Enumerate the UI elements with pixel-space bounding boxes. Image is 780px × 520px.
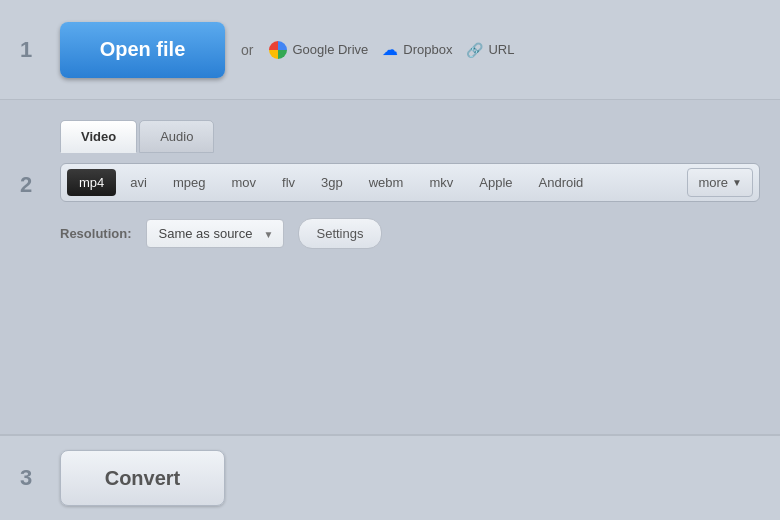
step2-inner: 2 Video Audio mp4 avi	[20, 120, 760, 249]
step3-number: 3	[20, 465, 40, 491]
step1-content: Open file or Google Drive ☁ Dropbox 🔗 UR…	[60, 22, 514, 78]
settings-button[interactable]: Settings	[298, 218, 383, 249]
step1-number: 1	[20, 37, 40, 63]
format-avi[interactable]: avi	[118, 169, 159, 196]
tab-bar: Video Audio	[60, 120, 760, 153]
chevron-down-icon: ▼	[732, 177, 742, 188]
google-drive-label: Google Drive	[292, 42, 368, 57]
step1-row: 1 Open file or Google Drive ☁ Dropbox 🔗 …	[0, 0, 780, 100]
format-webm[interactable]: webm	[357, 169, 416, 196]
resolution-row: Resolution: Same as source 1080p 720p 48…	[60, 218, 760, 249]
format-android[interactable]: Android	[527, 169, 596, 196]
step2-row: 2 Video Audio mp4 avi	[0, 100, 780, 435]
convert-button[interactable]: Convert	[60, 450, 225, 506]
resolution-select[interactable]: Same as source 1080p 720p 480p 360p 240p	[146, 219, 284, 248]
resolution-wrapper: Same as source 1080p 720p 480p 360p 240p	[146, 219, 284, 248]
tab-video[interactable]: Video	[60, 120, 137, 153]
url-link[interactable]: 🔗 URL	[466, 42, 514, 58]
more-label: more	[698, 175, 728, 190]
format-more-dropdown[interactable]: more ▼	[687, 168, 753, 197]
format-bar: mp4 avi mpeg mov flv 3gp	[60, 163, 760, 202]
step2-number: 2	[20, 172, 40, 198]
format-apple[interactable]: Apple	[467, 169, 524, 196]
cloud-links: Google Drive ☁ Dropbox 🔗 URL	[269, 40, 514, 59]
format-3gp[interactable]: 3gp	[309, 169, 355, 196]
format-mp4[interactable]: mp4	[67, 169, 116, 196]
google-drive-link[interactable]: Google Drive	[269, 41, 368, 59]
step3-row: 3 Convert	[0, 435, 780, 520]
open-file-button[interactable]: Open file	[60, 22, 225, 78]
tabs-container: Video Audio mp4 avi mpeg	[60, 120, 760, 249]
tab-audio[interactable]: Audio	[139, 120, 214, 153]
dropbox-link[interactable]: ☁ Dropbox	[382, 40, 452, 59]
format-mkv[interactable]: mkv	[417, 169, 465, 196]
format-mov[interactable]: mov	[219, 169, 268, 196]
url-label: URL	[488, 42, 514, 57]
or-text: or	[241, 42, 253, 58]
format-flv[interactable]: flv	[270, 169, 307, 196]
dropbox-icon: ☁	[382, 40, 398, 59]
resolution-label: Resolution:	[60, 226, 132, 241]
google-drive-icon	[269, 41, 287, 59]
url-icon: 🔗	[466, 42, 483, 58]
format-mpeg[interactable]: mpeg	[161, 169, 218, 196]
main-container: 1 Open file or Google Drive ☁ Dropbox 🔗 …	[0, 0, 780, 520]
dropbox-label: Dropbox	[403, 42, 452, 57]
